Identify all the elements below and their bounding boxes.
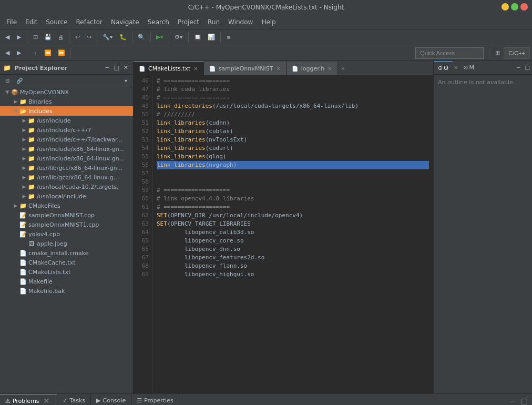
tree-item[interactable]: 🖼apple.jpeg xyxy=(0,239,133,248)
tree-item-icon: 📁 xyxy=(27,165,36,171)
tree-item[interactable]: ▶📁/usr/local/include xyxy=(0,191,133,201)
bottom-maximize-btn[interactable]: □ xyxy=(519,396,530,406)
close-btn[interactable] xyxy=(520,3,528,11)
toolbar-sep8 xyxy=(220,32,221,43)
code-content[interactable]: # ===================# link cuda librari… xyxy=(152,76,433,393)
collapse-all-btn[interactable]: ⊟ xyxy=(2,75,13,87)
editor-tab[interactable]: 📄logger.h✕ xyxy=(287,62,338,75)
minimize-panel-btn[interactable]: − xyxy=(103,64,111,72)
tree-item[interactable]: ▶📁/usr/include xyxy=(0,116,133,125)
extra-btn[interactable]: ≡ xyxy=(223,32,234,43)
tree-item-icon: 🖼 xyxy=(27,240,36,247)
editor-tab[interactable]: 📄sampleOnnxMNIST✕ xyxy=(204,62,287,75)
gpu-btn[interactable]: 🔲 xyxy=(191,32,204,43)
tree-item[interactable]: 📄Makefile xyxy=(0,277,133,286)
tree-item[interactable]: ▶📁/usr/local/cuda-10.2/targets, xyxy=(0,182,133,191)
tree-item[interactable]: ▶📁CMakeFiles xyxy=(0,201,133,210)
outline-message: An outline is not available. xyxy=(438,79,515,86)
tree-item[interactable]: ▶📁/usr/include/c++/7 xyxy=(0,125,133,135)
tab-close-icon[interactable]: ✕ xyxy=(328,66,332,72)
line-number: 59 xyxy=(134,186,149,195)
tab-close-icon[interactable]: ✕ xyxy=(276,66,280,72)
code-line: link_libraries(glog) xyxy=(157,153,429,161)
tree-item[interactable]: ▶📁/usr/include/x86_64-linux-gn... xyxy=(0,154,133,163)
toolbar-sep9 xyxy=(27,48,27,58)
tree-item[interactable]: ▶📁/usr/lib/gcc/x86_64-linux-g... xyxy=(0,173,133,182)
outline-icon: ⊙ xyxy=(438,65,443,72)
menu-item-file[interactable]: File xyxy=(2,16,21,28)
tree-item[interactable]: ▶📁/usr/include/x86_64-linux-gn... xyxy=(0,144,133,154)
outline-tab-x[interactable]: ✕ xyxy=(453,61,459,74)
lang-button[interactable]: C/C++ xyxy=(504,47,530,59)
tree-item[interactable]: ▶📁Binaries xyxy=(0,97,133,106)
tab-file-icon: 📄 xyxy=(209,66,216,72)
toolbar-sep11 xyxy=(489,48,489,58)
tree-item[interactable]: 📝sampleOnnxMNIST1.cpp xyxy=(0,220,133,229)
perspective-icon[interactable]: ⊞ xyxy=(492,47,503,59)
menu-item-edit[interactable]: Edit xyxy=(21,16,42,28)
line-number: 64 xyxy=(134,228,149,237)
bottom-minimize-btn[interactable]: − xyxy=(507,396,518,406)
link-editor-btn[interactable]: 🔗 xyxy=(14,75,25,87)
tab-close-icon[interactable]: ✕ xyxy=(193,66,198,72)
quick-access-input[interactable] xyxy=(415,47,484,59)
build-btn[interactable]: ⚙▾ xyxy=(172,32,186,43)
maximize-panel-btn[interactable]: □ xyxy=(112,64,120,72)
menubar: FileEditSourceRefactorNavigateSearchProj… xyxy=(0,15,532,29)
problems-tab-label: Properties xyxy=(144,397,173,404)
new-btn[interactable]: ⊡ xyxy=(30,32,40,43)
run-btn[interactable]: ▶▾ xyxy=(154,32,166,43)
problems-tab[interactable]: ▶Console xyxy=(91,394,131,406)
outline-tab-m[interactable]: ⊙ M xyxy=(459,61,478,74)
tree-item[interactable]: ▼📂Includes xyxy=(0,106,133,116)
problems-tab[interactable]: ☰Properties xyxy=(131,394,179,406)
outline-maximize-btn[interactable]: □ xyxy=(523,61,532,74)
undo-btn[interactable]: ↩ xyxy=(72,32,83,43)
settings-btn[interactable]: 🔧▾ xyxy=(100,32,116,43)
redo-btn[interactable]: ↪ xyxy=(84,32,94,43)
menu-item-help[interactable]: Help xyxy=(257,16,280,28)
save-btn[interactable]: 💾 xyxy=(42,32,54,43)
editor-tab[interactable]: 📄CMakeLists.txt✕ xyxy=(134,62,204,75)
minimize-btn[interactable] xyxy=(502,3,509,11)
maximize-btn[interactable] xyxy=(511,3,518,11)
menu-item-navigate[interactable]: Navigate xyxy=(107,16,144,28)
outline-tab-o[interactable]: ⊙ O xyxy=(434,61,453,74)
forward-btn[interactable]: ▶ xyxy=(14,32,24,43)
tree-item[interactable]: ▶📁/usr/lib/gcc/x86_64-linux-gn... xyxy=(0,163,133,173)
problems-tab[interactable]: ⚠Problems✕ xyxy=(0,394,57,406)
menu-item-search[interactable]: Search xyxy=(144,16,173,28)
tree-item[interactable]: 📄CMakeLists.txt xyxy=(0,267,133,277)
up-btn[interactable]: ↑ xyxy=(30,47,40,59)
hist-fwd-btn[interactable]: ⏩ xyxy=(55,47,68,59)
nav-back-btn[interactable]: ◀ xyxy=(2,47,13,59)
tree-arrow-icon: ▶ xyxy=(21,156,27,161)
tree-item[interactable]: ▶📁/usr/include/c++/7/backwar... xyxy=(0,135,133,144)
close-panel-btn[interactable]: ✕ xyxy=(122,64,130,72)
print-btn[interactable]: 🖨 xyxy=(55,32,66,43)
menu-item-project[interactable]: Project xyxy=(173,16,203,28)
menu-item-refactor[interactable]: Refactor xyxy=(72,16,107,28)
tree-item[interactable]: 📄Makefile.bak xyxy=(0,286,133,296)
tree-item[interactable]: 📝yolov4.cpp xyxy=(0,229,133,239)
tree-item-icon: 📝 xyxy=(19,231,27,238)
hist-btn[interactable]: ⏪ xyxy=(42,47,54,59)
problems-tab[interactable]: ✓Tasks xyxy=(57,394,91,406)
menu-item-window[interactable]: Window xyxy=(224,16,257,28)
back-btn[interactable]: ◀ xyxy=(2,32,13,43)
search-btn[interactable]: 🔍 xyxy=(135,32,148,43)
outline-minimize-btn[interactable]: − xyxy=(514,61,523,74)
menu-item-source[interactable]: Source xyxy=(42,16,71,28)
profiler-btn[interactable]: 📊 xyxy=(205,32,218,43)
debug-btn[interactable]: 🐛 xyxy=(117,32,129,43)
menu-item-run[interactable]: Run xyxy=(203,16,224,28)
window-controls[interactable] xyxy=(502,3,528,11)
nav-fwd-btn[interactable]: ▶ xyxy=(14,47,24,59)
problems-tab-close-icon[interactable]: ✕ xyxy=(42,396,52,405)
tree-item[interactable]: 📄cmake_install.cmake xyxy=(0,248,133,258)
tree-item[interactable]: ▼📦MyOpenCVONNX xyxy=(0,87,133,97)
tab-overflow-btn[interactable]: » xyxy=(338,62,348,75)
tree-item[interactable]: 📄CMakeCache.txt xyxy=(0,258,133,267)
tree-item[interactable]: 📝sampleOnnxMNIST.cpp xyxy=(0,210,133,220)
view-menu-btn[interactable]: ▾ xyxy=(120,75,131,87)
